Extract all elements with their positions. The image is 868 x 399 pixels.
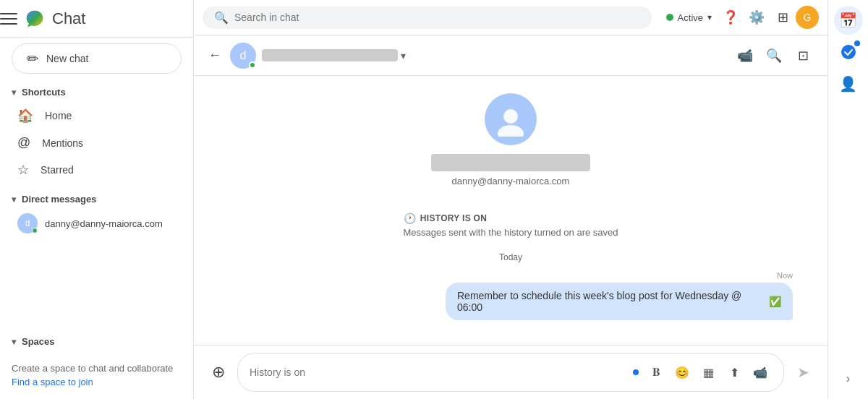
status-chevron-icon: ▾ bbox=[707, 12, 712, 22]
settings-button[interactable]: ⚙️ bbox=[744, 4, 770, 30]
history-on-indicator bbox=[633, 369, 639, 375]
active-status-dot bbox=[666, 14, 673, 21]
input-box: 𝐁 😊 ▦ ⬆ 📹 bbox=[237, 353, 784, 392]
contact-name-blurred: danny@danny-maiorca.com bbox=[262, 49, 398, 61]
spaces-label: Spaces bbox=[22, 336, 55, 347]
video-call-button[interactable]: 📹 bbox=[732, 43, 758, 69]
status-button[interactable]: Active ▾ bbox=[660, 9, 718, 26]
sidebar-item-mentions[interactable]: @ Mentions bbox=[0, 129, 187, 156]
input-area: ⊕ 𝐁 😊 ▦ ⬆ 📹 ➤ bbox=[194, 345, 827, 399]
dm-status-indicator bbox=[32, 228, 38, 233]
mentions-icon: @ bbox=[17, 135, 30, 150]
shortcuts-label: Shortcuts bbox=[22, 87, 66, 98]
messages-area: Now Remember to schedule this week's blo… bbox=[229, 271, 793, 320]
contact-email: danny@danny-maiorca.com bbox=[452, 176, 570, 186]
back-button[interactable]: ← bbox=[205, 45, 224, 66]
dm-avatar: d bbox=[17, 213, 38, 233]
dm-item-danny[interactable]: d danny@danny-maiorca.com bbox=[0, 209, 187, 238]
dm-section-label: Direct messages bbox=[22, 194, 96, 205]
dm-section: ▾ Direct messages d danny@danny-maiorca.… bbox=[0, 186, 193, 241]
sidebar-item-home[interactable]: 🏠 Home bbox=[0, 102, 187, 129]
svg-point-2 bbox=[498, 125, 524, 137]
upload-button[interactable]: ⬆ bbox=[723, 361, 746, 384]
right-panel-expand-button[interactable]: › bbox=[834, 364, 863, 393]
right-panel-bottom: › bbox=[834, 364, 863, 393]
user-avatar[interactable]: G bbox=[796, 6, 819, 29]
right-panel-contacts-button[interactable]: 👤 bbox=[834, 69, 863, 98]
add-attachment-button[interactable]: ⊕ bbox=[205, 359, 231, 385]
collapse-icon: ▾ bbox=[12, 194, 16, 205]
search-icon: 🔍 bbox=[214, 11, 229, 25]
home-label: Home bbox=[45, 110, 72, 121]
history-section: 🕐 HISTORY IS ON Messages sent with the h… bbox=[404, 213, 618, 238]
contact-avatar: d bbox=[230, 43, 256, 69]
tasks-icon bbox=[841, 44, 856, 60]
header-actions: 📹 🔍 ⊡ bbox=[732, 43, 816, 69]
sidebar-item-starred[interactable]: ☆ Starred bbox=[0, 156, 187, 184]
chat-logo-icon bbox=[23, 7, 46, 30]
grid-button[interactable]: ⊞ bbox=[770, 4, 796, 30]
message-bubble: Remember to schedule this week's blog po… bbox=[446, 283, 793, 320]
new-chat-button[interactable]: ✏ New chat bbox=[12, 43, 182, 74]
search-input[interactable] bbox=[234, 12, 640, 23]
contact-avatar-large bbox=[485, 93, 537, 145]
new-chat-label: New chat bbox=[46, 53, 88, 64]
chat-body: danny@danny-maiorca.com 🕐 HISTORY IS ON … bbox=[194, 76, 827, 345]
starred-label: Starred bbox=[41, 164, 74, 176]
video-button[interactable]: 📹 bbox=[749, 361, 772, 384]
shortcuts-section: ▾ Shortcuts 🏠 Home @ Mentions ☆ Starred bbox=[0, 80, 193, 186]
status-label: Active bbox=[678, 12, 703, 23]
history-desc: Messages sent with the history turned on… bbox=[404, 227, 618, 238]
dock-button[interactable]: ⊡ bbox=[790, 43, 816, 69]
history-icon: 🕐 bbox=[404, 213, 416, 224]
right-panel-calendar-button[interactable]: 📅 bbox=[834, 6, 863, 35]
history-badge: 🕐 HISTORY IS ON bbox=[404, 213, 618, 224]
giphy-button[interactable]: ▦ bbox=[697, 361, 720, 384]
star-icon: ☆ bbox=[17, 162, 29, 178]
spaces-footer-text: Create a space to chat and collaborate bbox=[12, 363, 173, 374]
contact-avatar-icon bbox=[493, 102, 528, 137]
mentions-label: Mentions bbox=[42, 137, 83, 149]
find-space-link[interactable]: Find a space to join bbox=[12, 377, 182, 387]
format-button[interactable]: 𝐁 bbox=[644, 361, 668, 384]
history-badge-text: HISTORY IS ON bbox=[420, 213, 487, 223]
help-button[interactable]: ❓ bbox=[718, 4, 744, 30]
today-label: Today bbox=[499, 252, 522, 262]
emoji-button[interactable]: 😊 bbox=[671, 361, 694, 384]
dm-contact-name: danny@danny-maiorca.com bbox=[45, 218, 163, 229]
app-title: Chat bbox=[52, 9, 85, 28]
message-timestamp: Now bbox=[777, 271, 793, 280]
contact-name-blurred-large bbox=[431, 154, 590, 171]
spaces-footer: Create a space to chat and collaborate F… bbox=[0, 351, 193, 393]
message-input[interactable] bbox=[250, 366, 627, 378]
menu-button[interactable] bbox=[0, 10, 17, 27]
shortcuts-header[interactable]: ▾ Shortcuts bbox=[0, 82, 193, 102]
message-text: Remember to schedule this week's blog po… bbox=[457, 290, 763, 313]
dm-section-header[interactable]: ▾ Direct messages bbox=[0, 189, 193, 209]
plus-icon: ✏ bbox=[27, 51, 39, 66]
contact-name-area: danny@danny-maiorca.com ▾ bbox=[262, 49, 726, 61]
input-action-icons: 𝐁 😊 ▦ ⬆ 📹 bbox=[644, 361, 772, 384]
contact-chevron-icon[interactable]: ▾ bbox=[401, 50, 406, 61]
right-panel-tasks-button[interactable] bbox=[834, 38, 863, 66]
home-icon: 🏠 bbox=[17, 108, 33, 124]
main-content: 🔍 Active ▾ ❓ ⚙️ ⊞ G ← d danny@danny-maio… bbox=[194, 0, 827, 399]
right-panel: 📅 👤 › bbox=[827, 0, 868, 399]
tasks-badge bbox=[854, 40, 860, 46]
collapse-icon: ▾ bbox=[12, 337, 16, 347]
chat-header: ← d danny@danny-maiorca.com ▾ 📹 🔍 ⊡ bbox=[194, 35, 827, 76]
search-in-chat-button[interactable]: 🔍 bbox=[761, 43, 787, 69]
contact-status-dot bbox=[249, 61, 256, 69]
message-emoji: ✅ bbox=[769, 296, 781, 307]
sidebar: Chat ✏ New chat ▾ Shortcuts 🏠 Home @ Men… bbox=[0, 0, 194, 399]
svg-point-1 bbox=[503, 109, 518, 124]
sidebar-header: Chat bbox=[0, 0, 193, 38]
contact-card: danny@danny-maiorca.com bbox=[431, 93, 590, 198]
send-button[interactable]: ➤ bbox=[790, 359, 816, 385]
spaces-section: ▾ Spaces Create a space to chat and coll… bbox=[0, 326, 193, 399]
svg-point-3 bbox=[841, 45, 856, 59]
collapse-icon: ▾ bbox=[12, 87, 16, 98]
spaces-header[interactable]: ▾ Spaces bbox=[0, 332, 193, 351]
app-logo: Chat bbox=[23, 7, 85, 30]
